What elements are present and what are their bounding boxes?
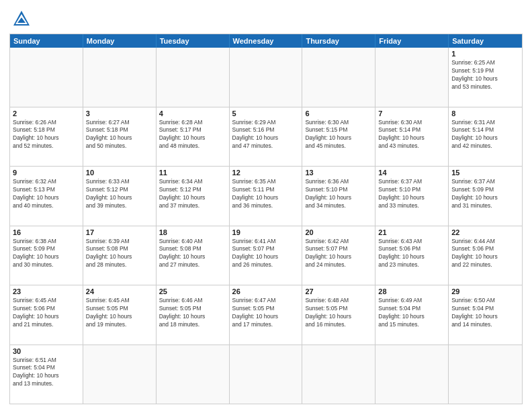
day-info: Sunrise: 6:25 AM Sunset: 5:19 PM Dayligh…	[451, 59, 519, 91]
day-info: Sunrise: 6:38 AM Sunset: 5:09 PM Dayligh…	[13, 238, 80, 270]
day-number: 26	[232, 287, 300, 295]
calendar-cell: 14Sunrise: 6:37 AM Sunset: 5:10 PM Dayli…	[375, 167, 449, 226]
calendar-row: 16Sunrise: 6:38 AM Sunset: 5:09 PM Dayli…	[10, 226, 522, 286]
day-number: 27	[305, 287, 372, 295]
day-number: 13	[305, 169, 372, 177]
day-number: 14	[378, 169, 445, 177]
day-number: 25	[159, 287, 226, 295]
day-info: Sunrise: 6:37 AM Sunset: 5:09 PM Dayligh…	[451, 178, 519, 210]
calendar-cell: 27Sunrise: 6:48 AM Sunset: 5:05 PM Dayli…	[302, 285, 375, 345]
calendar-cell: 6Sunrise: 6:30 AM Sunset: 5:15 PM Daylig…	[302, 107, 375, 167]
calendar-cell	[230, 48, 303, 107]
calendar-cell	[449, 345, 522, 404]
calendar-cell: 1Sunrise: 6:25 AM Sunset: 5:19 PM Daylig…	[449, 48, 522, 107]
calendar-cell: 19Sunrise: 6:41 AM Sunset: 5:07 PM Dayli…	[230, 226, 303, 285]
logo	[9, 9, 31, 28]
day-info: Sunrise: 6:27 AM Sunset: 5:18 PM Dayligh…	[86, 119, 153, 151]
day-number: 5	[232, 109, 300, 118]
day-info: Sunrise: 6:51 AM Sunset: 5:04 PM Dayligh…	[13, 357, 80, 389]
calendar-cell: 20Sunrise: 6:42 AM Sunset: 5:07 PM Dayli…	[302, 226, 375, 285]
weekday-header: Friday	[375, 34, 449, 48]
calendar-cell: 18Sunrise: 6:40 AM Sunset: 5:08 PM Dayli…	[157, 226, 230, 285]
calendar-cell	[83, 345, 157, 404]
day-number: 28	[378, 287, 445, 295]
calendar-cell: 4Sunrise: 6:28 AM Sunset: 5:17 PM Daylig…	[157, 107, 230, 167]
calendar-cell: 30Sunrise: 6:51 AM Sunset: 5:04 PM Dayli…	[10, 345, 83, 404]
day-info: Sunrise: 6:35 AM Sunset: 5:11 PM Dayligh…	[232, 178, 300, 210]
day-info: Sunrise: 6:28 AM Sunset: 5:17 PM Dayligh…	[159, 119, 226, 151]
calendar-cell	[83, 48, 157, 107]
day-number: 16	[13, 228, 80, 236]
day-number: 3	[86, 109, 153, 118]
day-info: Sunrise: 6:40 AM Sunset: 5:08 PM Dayligh…	[159, 238, 226, 270]
day-info: Sunrise: 6:41 AM Sunset: 5:07 PM Dayligh…	[232, 238, 300, 270]
calendar-cell: 17Sunrise: 6:39 AM Sunset: 5:08 PM Dayli…	[83, 226, 157, 285]
logo-icon	[12, 9, 31, 28]
calendar-cell	[302, 48, 375, 107]
day-number: 6	[305, 109, 372, 118]
calendar-row: 23Sunrise: 6:45 AM Sunset: 5:06 PM Dayli…	[10, 285, 522, 345]
day-info: Sunrise: 6:44 AM Sunset: 5:06 PM Dayligh…	[451, 238, 519, 270]
day-number: 21	[378, 228, 445, 236]
day-info: Sunrise: 6:48 AM Sunset: 5:05 PM Dayligh…	[305, 297, 372, 329]
day-info: Sunrise: 6:30 AM Sunset: 5:15 PM Dayligh…	[305, 119, 372, 151]
day-info: Sunrise: 6:33 AM Sunset: 5:12 PM Dayligh…	[86, 178, 153, 210]
calendar-header: SundayMondayTuesdayWednesdayThursdayFrid…	[10, 34, 522, 48]
day-number: 23	[13, 287, 80, 295]
calendar-cell: 26Sunrise: 6:47 AM Sunset: 5:05 PM Dayli…	[230, 285, 303, 345]
day-number: 8	[451, 109, 519, 118]
day-info: Sunrise: 6:29 AM Sunset: 5:16 PM Dayligh…	[232, 119, 300, 151]
calendar-cell: 24Sunrise: 6:45 AM Sunset: 5:05 PM Dayli…	[83, 285, 157, 345]
day-number: 2	[13, 109, 80, 118]
day-info: Sunrise: 6:36 AM Sunset: 5:10 PM Dayligh…	[305, 178, 372, 210]
day-info: Sunrise: 6:39 AM Sunset: 5:08 PM Dayligh…	[86, 238, 153, 270]
day-info: Sunrise: 6:45 AM Sunset: 5:05 PM Dayligh…	[86, 297, 153, 329]
day-info: Sunrise: 6:49 AM Sunset: 5:04 PM Dayligh…	[378, 297, 445, 329]
day-info: Sunrise: 6:32 AM Sunset: 5:13 PM Dayligh…	[13, 178, 80, 210]
page-header	[9, 7, 523, 28]
calendar-cell: 16Sunrise: 6:38 AM Sunset: 5:09 PM Dayli…	[10, 226, 83, 285]
weekday-header: Saturday	[449, 34, 522, 48]
calendar-cell: 2Sunrise: 6:26 AM Sunset: 5:18 PM Daylig…	[10, 107, 83, 167]
day-info: Sunrise: 6:47 AM Sunset: 5:05 PM Dayligh…	[232, 297, 300, 329]
calendar: SundayMondayTuesdayWednesdayThursdayFrid…	[9, 34, 523, 404]
calendar-cell: 5Sunrise: 6:29 AM Sunset: 5:16 PM Daylig…	[230, 107, 303, 167]
calendar-cell: 29Sunrise: 6:50 AM Sunset: 5:04 PM Dayli…	[449, 285, 522, 345]
day-info: Sunrise: 6:45 AM Sunset: 5:06 PM Dayligh…	[13, 297, 80, 329]
day-info: Sunrise: 6:26 AM Sunset: 5:18 PM Dayligh…	[13, 119, 80, 151]
day-info: Sunrise: 6:30 AM Sunset: 5:14 PM Dayligh…	[378, 119, 445, 151]
calendar-cell: 13Sunrise: 6:36 AM Sunset: 5:10 PM Dayli…	[302, 167, 375, 226]
calendar-cell: 7Sunrise: 6:30 AM Sunset: 5:14 PM Daylig…	[375, 107, 449, 167]
day-info: Sunrise: 6:42 AM Sunset: 5:07 PM Dayligh…	[305, 238, 372, 270]
day-number: 29	[451, 287, 519, 295]
day-info: Sunrise: 6:31 AM Sunset: 5:14 PM Dayligh…	[451, 119, 519, 151]
calendar-cell: 8Sunrise: 6:31 AM Sunset: 5:14 PM Daylig…	[449, 107, 522, 167]
weekday-header: Thursday	[302, 34, 375, 48]
day-number: 22	[451, 228, 519, 236]
calendar-cell: 9Sunrise: 6:32 AM Sunset: 5:13 PM Daylig…	[10, 167, 83, 226]
calendar-cell	[157, 48, 230, 107]
day-number: 15	[451, 169, 519, 177]
day-number: 11	[159, 169, 226, 177]
day-number: 4	[159, 109, 226, 118]
calendar-cell: 21Sunrise: 6:43 AM Sunset: 5:06 PM Dayli…	[375, 226, 449, 285]
day-number: 18	[159, 228, 226, 236]
day-number: 19	[232, 228, 300, 236]
calendar-cell: 25Sunrise: 6:46 AM Sunset: 5:05 PM Dayli…	[157, 285, 230, 345]
calendar-body: 1Sunrise: 6:25 AM Sunset: 5:19 PM Daylig…	[10, 48, 522, 404]
calendar-row: 9Sunrise: 6:32 AM Sunset: 5:13 PM Daylig…	[10, 167, 522, 226]
day-number: 1	[451, 50, 519, 58]
calendar-cell	[230, 345, 303, 404]
day-number: 30	[13, 347, 80, 355]
calendar-row: 2Sunrise: 6:26 AM Sunset: 5:18 PM Daylig…	[10, 107, 522, 167]
calendar-cell	[10, 48, 83, 107]
day-number: 12	[232, 169, 300, 177]
day-number: 9	[13, 169, 80, 177]
calendar-cell: 11Sunrise: 6:34 AM Sunset: 5:12 PM Dayli…	[157, 167, 230, 226]
calendar-cell	[302, 345, 375, 404]
day-number: 7	[378, 109, 445, 118]
day-number: 24	[86, 287, 153, 295]
calendar-cell: 22Sunrise: 6:44 AM Sunset: 5:06 PM Dayli…	[449, 226, 522, 285]
weekday-header: Wednesday	[230, 34, 303, 48]
day-number: 10	[86, 169, 153, 177]
